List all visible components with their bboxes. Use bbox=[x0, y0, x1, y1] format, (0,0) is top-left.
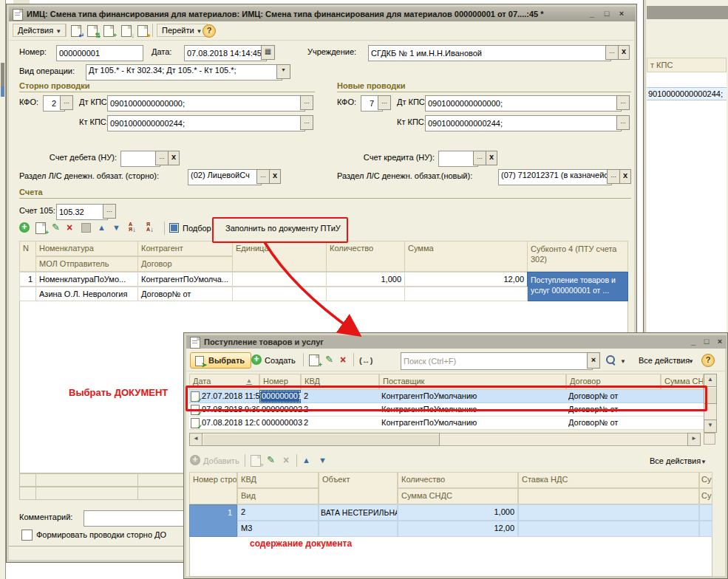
line-cell-amount-cut[interactable] bbox=[699, 504, 712, 521]
institution-select-button[interactable]: ... bbox=[605, 45, 619, 60]
line-cell-vat-rate[interactable] bbox=[518, 504, 699, 521]
col-header-mol[interactable]: МОЛ Отправитель bbox=[35, 256, 138, 272]
line-col-amount-cut[interactable]: Су bbox=[699, 472, 712, 488]
chevron-down-icon[interactable]: ▼ bbox=[620, 358, 626, 365]
cell-n-2[interactable] bbox=[19, 287, 36, 301]
scroll-down-icon[interactable]: ▼ bbox=[704, 419, 717, 433]
lines-all-actions-button[interactable]: Все действия bbox=[650, 456, 701, 465]
minimize-button[interactable]: _ bbox=[688, 337, 698, 347]
credit-nu-select-button[interactable]: ... bbox=[473, 151, 486, 165]
new-kfo-select-button[interactable]: ... bbox=[378, 95, 391, 110]
close-button[interactable]: × bbox=[715, 337, 725, 347]
edit-line-icon[interactable]: ✎ bbox=[267, 455, 275, 465]
cell-amount[interactable]: 12,00 bbox=[404, 272, 528, 287]
storno-kt-kps-field[interactable] bbox=[107, 115, 305, 131]
storno-kfo-select-button[interactable]: ... bbox=[60, 95, 73, 110]
ls-storno-clear-button[interactable]: x bbox=[269, 169, 281, 184]
create-button[interactable]: Создать bbox=[265, 356, 296, 365]
account-105-select-button[interactable]: ... bbox=[103, 204, 116, 219]
ls-new-select-button[interactable]: ... bbox=[607, 169, 620, 184]
goto-menu-button[interactable]: Перейти▼ bbox=[157, 24, 208, 37]
col-header-nomenclature[interactable]: Номенклатура bbox=[35, 241, 138, 256]
doc-row[interactable]: ✓ 07.08.2018 12:05:38 000000003 2 Контра… bbox=[189, 417, 704, 430]
help-icon[interactable]: ? bbox=[203, 24, 216, 38]
ls-new-field[interactable]: (07) 712012371 (в казначействе) bbox=[498, 169, 612, 185]
add-line-icon[interactable]: + bbox=[190, 455, 200, 465]
select-button[interactable]: ➤ Выбрать bbox=[190, 352, 251, 369]
line-cell-amount-with-vat[interactable]: 12,00 bbox=[398, 521, 518, 537]
ls-storno-field[interactable]: (02) ЛицевойСч bbox=[188, 169, 262, 185]
delete-row-icon[interactable]: × bbox=[67, 222, 72, 233]
maximize-button[interactable]: □ bbox=[601, 9, 613, 19]
line-cell-object[interactable]: ВАТА НЕСТЕРИЛЬНАЯ bbox=[319, 504, 398, 521]
line-col-object[interactable]: Объект bbox=[319, 472, 398, 504]
cell-subconto-selected[interactable]: Поступление товаров и услуг 000000001 от… bbox=[527, 272, 628, 301]
cell-n[interactable]: 1 bbox=[19, 272, 36, 287]
debit-nu-clear-button[interactable]: x bbox=[168, 151, 180, 165]
line-cell-vat-rate-2[interactable] bbox=[518, 521, 699, 537]
debit-nu-select-button[interactable]: ... bbox=[155, 151, 169, 165]
operation-dropdown-button[interactable]: ▼ bbox=[276, 64, 290, 79]
scroll-left-icon[interactable]: ◄ bbox=[189, 433, 203, 446]
move-line-down-icon[interactable]: ▼ bbox=[319, 456, 327, 465]
close-button[interactable]: × bbox=[616, 9, 627, 19]
calendar-icon[interactable]: ▦ bbox=[261, 45, 275, 60]
copy-line-icon[interactable]: + bbox=[251, 455, 261, 467]
sort-descending-icon[interactable]: ЯА↓ bbox=[146, 222, 154, 235]
cell-nomenclature[interactable]: НоменклатураПоУмо... bbox=[35, 272, 138, 287]
credit-nu-clear-button[interactable]: x bbox=[486, 151, 497, 165]
operation-combobox[interactable]: Дт 105.* - Кт 302.34; Дт 105.* - Кт 105.… bbox=[86, 64, 282, 80]
search-clear-button[interactable]: × bbox=[587, 352, 600, 369]
edit-row-icon[interactable]: ✎ bbox=[52, 222, 60, 233]
scroll-right-icon[interactable]: ► bbox=[687, 433, 701, 446]
chevron-down-icon[interactable]: ▼ bbox=[688, 358, 694, 365]
line-col-amount-cut-2[interactable]: Су bbox=[699, 488, 712, 504]
line-cell-kvd[interactable]: 2 bbox=[237, 504, 319, 521]
line-col-number[interactable]: Номер строки bbox=[189, 472, 237, 504]
pick-button[interactable]: Подбор bbox=[183, 224, 211, 233]
line-cell-number[interactable]: 1 bbox=[189, 504, 237, 537]
line-col-quantity[interactable]: Количество bbox=[398, 472, 518, 488]
ls-storno-select-button[interactable]: ... bbox=[256, 169, 270, 184]
line-col-vat-rate[interactable]: Ставка НДС bbox=[518, 472, 699, 488]
cell-counterparty[interactable]: КонтрагентПоУмолча... bbox=[137, 272, 233, 287]
add-line-button[interactable]: Добавить bbox=[203, 456, 239, 465]
line-col-vid[interactable]: Вид bbox=[237, 488, 319, 504]
help-icon[interactable]: ? bbox=[701, 354, 715, 367]
date-field[interactable] bbox=[184, 45, 267, 61]
minimize-button[interactable]: _ bbox=[586, 9, 598, 19]
line-cell-object-2[interactable] bbox=[319, 521, 398, 537]
show-postings-icon[interactable]: ↓ bbox=[121, 25, 132, 37]
main-titlebar[interactable]: ИМЦ: Смена типа финансирования для матер… bbox=[9, 7, 636, 21]
new-kt-kps-field[interactable] bbox=[425, 115, 622, 131]
cell-mol[interactable]: Азина О.Л. Неврология bbox=[35, 287, 138, 301]
col-header-contract[interactable]: Договор bbox=[137, 256, 233, 272]
new-dt-kps-field[interactable] bbox=[425, 95, 622, 112]
line-cell-quantity[interactable]: 1,000 bbox=[398, 504, 518, 521]
col-header-counterparty[interactable]: Контрагент bbox=[137, 241, 233, 256]
all-actions-button[interactable]: Все действия bbox=[639, 356, 690, 365]
copy-row-icon[interactable]: + bbox=[35, 222, 46, 234]
chevron-down-icon[interactable]: ▼ bbox=[701, 459, 707, 465]
new-kt-kps-select-button[interactable]: ... bbox=[616, 115, 630, 130]
move-line-up-icon[interactable]: ▲ bbox=[302, 456, 310, 465]
post-and-close-icon[interactable]: ↵ bbox=[71, 25, 81, 37]
line-col-vat-rate-2[interactable] bbox=[518, 488, 699, 504]
move-up-icon[interactable]: ▲ bbox=[98, 223, 106, 232]
new-dt-kps-select-button[interactable]: ... bbox=[616, 95, 630, 110]
move-down-icon[interactable]: ▼ bbox=[112, 223, 120, 232]
line-col-kvd[interactable]: КВД bbox=[237, 472, 319, 488]
background-column-header[interactable]: т КПС bbox=[647, 58, 727, 72]
delete-line-icon[interactable]: × bbox=[283, 455, 289, 465]
credit-nu-field[interactable] bbox=[438, 151, 478, 167]
storno-dt-kps-field[interactable] bbox=[107, 95, 305, 112]
col-header-amount[interactable]: Сумма bbox=[404, 241, 528, 272]
ls-new-clear-button[interactable]: x bbox=[619, 169, 631, 184]
col-header-n[interactable]: N bbox=[19, 241, 36, 272]
line-cell-amount-cut-2[interactable] bbox=[699, 521, 712, 537]
prices-icon[interactable]: ● bbox=[137, 25, 148, 37]
sort-ascending-icon[interactable]: АЯ↓ bbox=[129, 222, 136, 235]
storno-do-checkbox[interactable] bbox=[21, 530, 33, 541]
copy-document-icon[interactable]: + bbox=[103, 25, 114, 37]
delete-icon[interactable]: × bbox=[340, 354, 346, 365]
